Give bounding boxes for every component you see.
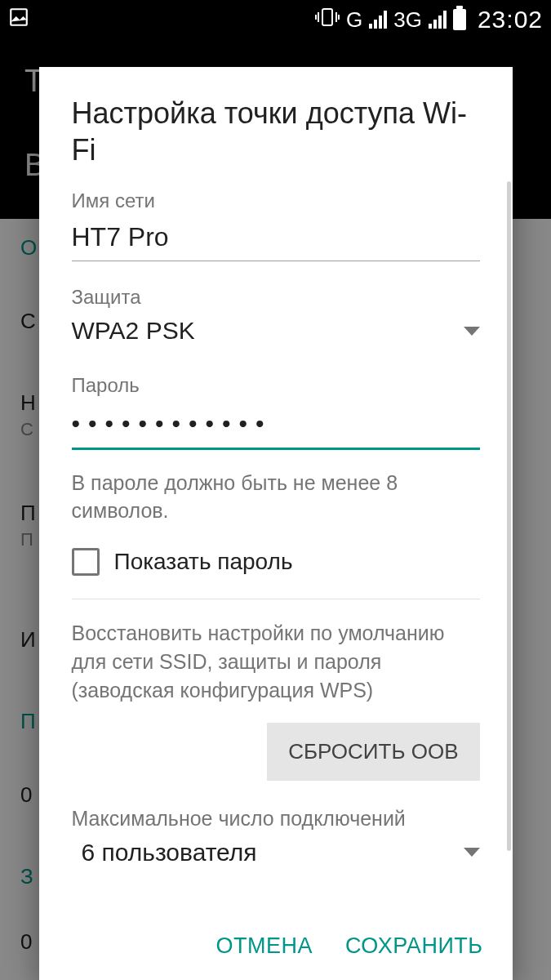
dialog-actions: ОТМЕНА СОХРАНИТЬ [39,917,513,980]
picture-icon [8,7,29,33]
reset-oob-button[interactable]: СБРОСИТЬ OOB [267,723,479,781]
network-type-2: 3G [393,7,422,33]
network-name-input[interactable] [72,217,480,261]
svg-rect-1 [322,9,332,25]
scroll-indicator[interactable] [507,181,511,851]
security-value: WPA2 PSK [72,317,195,345]
signal-bars-icon-2 [429,11,447,29]
chevron-down-icon [464,848,480,857]
max-connections-value: 6 пользователя [82,839,257,866]
cancel-button[interactable]: ОТМЕНА [216,933,313,959]
password-label: Пароль [72,374,480,397]
network-name-label: Имя сети [72,189,480,212]
network-name-field: Имя сети [72,189,480,261]
max-connections-field[interactable]: Максимальное число подключений 6 пользов… [72,807,480,871]
reset-description: Восстановить настройки по умолчанию для … [72,619,480,705]
svg-rect-0 [11,9,27,25]
battery-icon [453,9,466,30]
modal-overlay[interactable]: Настройка точки доступа Wi-Fi Имя сети З… [0,39,551,980]
security-select[interactable]: WPA2 PSK [72,314,480,350]
status-bar: G 3G 23:02 [0,0,551,39]
max-connections-label: Максимальное число подключений [72,807,480,831]
security-label: Защита [72,286,480,309]
password-helper-text: В пароле должно быть не менее 8 символов… [72,470,480,525]
security-field[interactable]: Защита WPA2 PSK [72,286,480,350]
show-password-checkbox[interactable]: Показать пароль [72,548,480,576]
save-button[interactable]: СОХРАНИТЬ [345,933,483,959]
wifi-hotspot-dialog: Настройка точки доступа Wi-Fi Имя сети З… [39,67,513,980]
password-input[interactable] [72,402,480,450]
checkbox-icon[interactable] [72,548,100,576]
chevron-down-icon [464,327,480,336]
max-connections-select[interactable]: 6 пользователя [72,835,480,871]
dialog-title: Настройка точки доступа Wi-Fi [72,95,480,168]
vibrate-icon [315,7,340,33]
signal-bars-icon-1 [369,11,387,29]
divider [72,599,480,599]
network-type-1: G [346,7,362,33]
password-field: Пароль [72,374,480,450]
clock: 23:02 [478,6,543,33]
show-password-label: Показать пароль [114,549,293,575]
